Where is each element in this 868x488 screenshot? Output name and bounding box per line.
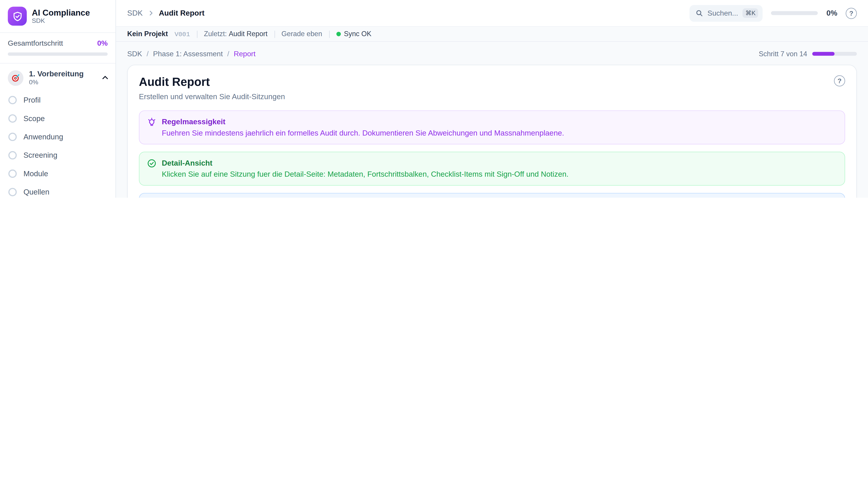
info-box-title: Detail-Ansicht	[162, 158, 568, 168]
overall-progress-label: Gesamtfortschritt	[8, 39, 63, 47]
check-circle-icon	[147, 159, 156, 179]
breadcrumb-current: Audit Report	[159, 9, 205, 17]
sidebar-section-vorbereitung[interactable]: 1. Vorbereitung 0%	[0, 65, 116, 91]
sidebar-item-profil[interactable]: Profil	[0, 91, 116, 109]
section-percent: 0%	[29, 78, 96, 86]
app-window: AI Compliance SDK Gesamtfortschritt 0% 1…	[0, 0, 868, 198]
sidebar-item-screening[interactable]: Screening	[0, 146, 116, 164]
page-breadcrumb-phase[interactable]: Phase 1: Assessment	[153, 50, 223, 58]
page-title: Audit Report	[139, 75, 210, 89]
breadcrumb-root[interactable]: SDK	[127, 9, 143, 17]
overall-progress-bar	[8, 53, 108, 56]
topbar-progress-bar	[771, 11, 818, 15]
sidebar-item-quellen[interactable]: Quellen	[0, 183, 116, 198]
audit-report-card: Audit Report ? Erstellen und verwalten S…	[127, 65, 857, 198]
version-badge: V001	[175, 30, 190, 37]
info-box-pdf-export: PDF-Export Generieren Sie PDF-Reports in…	[139, 193, 845, 198]
search-input[interactable]: Suchen... ⌘K	[690, 5, 763, 22]
step-progress: Schritt 7 von 14	[759, 50, 857, 58]
radio-icon	[8, 133, 17, 141]
section-label: 1. Vorbereitung	[29, 70, 96, 78]
overall-progress: Gesamtfortschritt 0%	[0, 33, 116, 64]
app-logo-shield-icon	[8, 7, 27, 26]
sync-status-dot	[336, 32, 341, 36]
main-content: SDK / Phase 1: Assessment / Report Schri…	[116, 42, 868, 198]
chevron-up-icon	[101, 74, 109, 81]
sidebar-item-module[interactable]: Module	[0, 164, 116, 183]
search-shortcut-badge: ⌘K	[743, 8, 758, 18]
radio-icon	[8, 151, 17, 160]
topbar-progress-value: 0%	[827, 9, 837, 17]
status-bar: Kein Projekt V001 Zuletzt: Audit Report …	[116, 27, 868, 42]
info-box-body: Klicken Sie auf eine Sitzung fuer die De…	[162, 169, 568, 179]
last-saved-time: Gerade eben	[281, 30, 322, 38]
page-breadcrumb: SDK / Phase 1: Assessment / Report	[127, 50, 256, 58]
sidebar-item-scope[interactable]: Scope	[0, 109, 116, 128]
radio-icon	[8, 188, 17, 196]
app-title: AI Compliance	[32, 8, 90, 18]
project-name: Kein Projekt	[127, 30, 168, 38]
radio-icon	[8, 96, 17, 104]
last-value: Audit Report	[229, 30, 268, 38]
search-icon	[696, 9, 703, 17]
sidebar-item-anwendung[interactable]: Anwendung	[0, 128, 116, 146]
radio-icon	[8, 169, 17, 178]
breadcrumb-separator: /	[227, 50, 229, 58]
search-placeholder: Suchen...	[708, 9, 738, 17]
info-box-body: Fuehren Sie mindestens jaehrlich ein for…	[162, 128, 564, 138]
radio-icon	[8, 114, 17, 123]
last-label: Zuletzt:	[204, 30, 227, 38]
page-breadcrumb-current: Report	[234, 50, 255, 58]
page-subtitle: Erstellen und verwalten Sie Audit-Sitzun…	[139, 93, 845, 101]
sidebar-nav: 1. Vorbereitung 0% Profil Scope Anwendun…	[0, 64, 116, 198]
topbar: SDK Audit Report Suchen... ⌘K 0% ?	[116, 0, 868, 27]
overall-progress-value: 0%	[97, 39, 107, 47]
target-icon	[8, 70, 24, 86]
info-box-regelmaessigkeit: Regelmaessigkeit Fuehren Sie mindestens …	[139, 110, 845, 144]
breadcrumb-separator: /	[147, 50, 149, 58]
step-progress-bar	[812, 52, 857, 56]
help-icon[interactable]: ?	[846, 7, 857, 19]
divider	[329, 30, 329, 37]
lightbulb-icon	[147, 118, 156, 138]
page-breadcrumb-root[interactable]: SDK	[127, 50, 142, 58]
info-box-title: Regelmaessigkeit	[162, 117, 564, 127]
sidebar: AI Compliance SDK Gesamtfortschritt 0% 1…	[0, 0, 116, 198]
sync-status-label: Sync OK	[344, 30, 371, 38]
divider	[274, 30, 275, 37]
app-subtitle: SDK	[32, 18, 90, 25]
step-label: Schritt 7 von 14	[759, 50, 807, 58]
info-box-detail-ansicht: Detail-Ansicht Klicken Sie auf eine Sitz…	[139, 152, 845, 186]
divider	[197, 30, 197, 37]
chevron-right-icon	[148, 10, 154, 16]
app-header: AI Compliance SDK	[0, 0, 116, 33]
breadcrumb: SDK Audit Report	[127, 9, 205, 17]
card-help-icon[interactable]: ?	[834, 75, 845, 86]
